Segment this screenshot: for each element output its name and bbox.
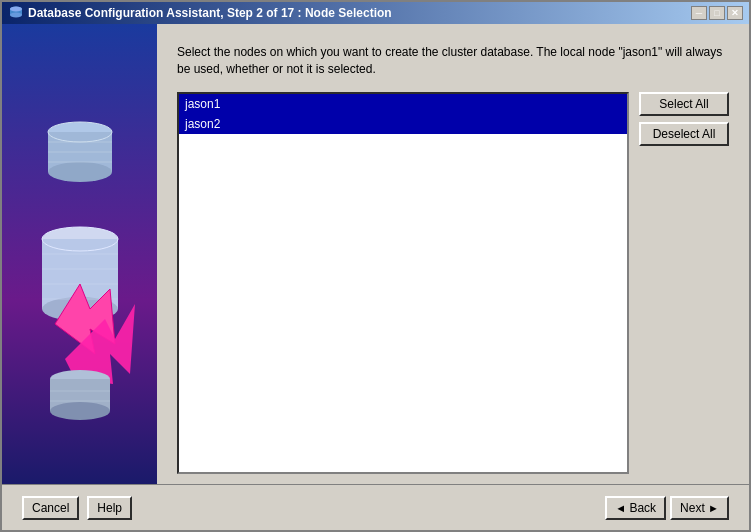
restore-button[interactable]: □ (709, 6, 725, 20)
back-button[interactable]: ◄ Back (605, 496, 666, 520)
main-window: Database Configuration Assistant, Step 2… (0, 0, 751, 532)
next-arrow: ► (708, 502, 719, 514)
svg-point-2 (10, 13, 22, 18)
cancel-button[interactable]: Cancel (22, 496, 79, 520)
help-button[interactable]: Help (87, 496, 132, 520)
right-content: Select the nodes on which you want to cr… (157, 24, 749, 484)
bottom-left-buttons: Cancel Help (22, 496, 605, 520)
svg-point-3 (10, 7, 22, 12)
bottom-bar: Cancel Help ◄ Back Next ► (2, 484, 749, 530)
title-bar-controls: ─ □ ✕ (691, 6, 743, 20)
side-buttons: Select All Deselect All (639, 92, 729, 474)
db-illustration-svg (25, 84, 135, 424)
node-list-container: jason1 jason2 (177, 92, 629, 474)
main-content: Select the nodes on which you want to cr… (2, 24, 749, 484)
select-all-button[interactable]: Select All (639, 92, 729, 116)
back-arrow: ◄ (615, 502, 626, 514)
node-item-jason2[interactable]: jason2 (179, 114, 627, 134)
next-button[interactable]: Next ► (670, 496, 729, 520)
svg-point-6 (48, 162, 112, 182)
bottom-right-buttons: ◄ Back Next ► (605, 496, 729, 520)
deselect-all-button[interactable]: Deselect All (639, 122, 729, 146)
window-db-icon (8, 5, 24, 21)
close-button[interactable]: ✕ (727, 6, 743, 20)
title-left: Database Configuration Assistant, Step 2… (8, 5, 392, 21)
svg-point-23 (50, 402, 110, 420)
description-text: Select the nodes on which you want to cr… (177, 44, 729, 78)
node-list[interactable]: jason1 jason2 (177, 92, 629, 474)
title-bar: Database Configuration Assistant, Step 2… (2, 2, 749, 24)
node-item-jason1[interactable]: jason1 (179, 94, 627, 114)
left-illustration-panel (2, 24, 157, 484)
content-row: jason1 jason2 Select All Deselect All (177, 92, 729, 474)
window-title: Database Configuration Assistant, Step 2… (28, 6, 392, 20)
minimize-button[interactable]: ─ (691, 6, 707, 20)
